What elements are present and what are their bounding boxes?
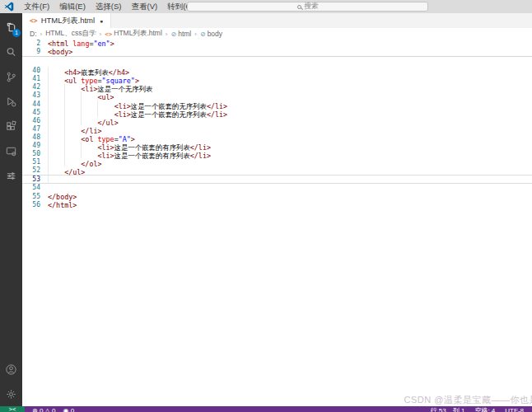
code-line[interactable]: 9<body>	[22, 48, 532, 56]
line-number[interactable]: 53	[22, 176, 48, 183]
line-number[interactable]: 54	[22, 184, 48, 192]
breadcrumb-item[interactable]: <>HTML列表.html	[105, 29, 162, 39]
line-number[interactable]: 49	[22, 142, 48, 150]
line-number[interactable]: 42	[22, 83, 48, 91]
extensions-icon[interactable]	[0, 114, 22, 138]
code-line[interactable]: 46</ul>	[22, 117, 532, 125]
search-placeholder: 搜索	[305, 2, 319, 12]
breadcrumb-item[interactable]: ⊘html	[171, 30, 192, 38]
code-line[interactable]: 2<html lang="en">	[22, 40, 532, 48]
code-line[interactable]: 55</body>	[22, 193, 532, 201]
line-content[interactable]: <ul>	[48, 91, 114, 100]
line-number[interactable]: 44	[22, 101, 48, 109]
indent-guide	[81, 101, 97, 109]
line-content[interactable]: <li>这是一个嵌套的有序列表</li>	[48, 142, 211, 150]
element-symbol-icon: ⊘	[200, 30, 206, 38]
run-debug-icon[interactable]	[0, 89, 22, 114]
line-number[interactable]: 43	[22, 91, 48, 100]
line-number[interactable]: 51	[22, 158, 48, 166]
line-content[interactable]: </body>	[48, 193, 77, 201]
remote-indicator[interactable]: ><	[0, 406, 25, 412]
line-content[interactable]: <html lang="en">	[48, 40, 114, 48]
remote-explorer-icon[interactable]	[0, 138, 22, 163]
search-view-icon[interactable]	[0, 40, 22, 64]
line-content[interactable]: </ul>	[48, 166, 85, 175]
code-line[interactable]: 42<li>这是一个无序列表	[22, 83, 532, 91]
broadcast-indicator[interactable]: ◉ 0	[63, 406, 74, 412]
cursor-position[interactable]: 行 53，列 1	[431, 406, 465, 412]
line-number[interactable]: 56	[22, 201, 48, 209]
line-content[interactable]: <body>	[48, 48, 72, 56]
breadcrumb-separator: ›	[40, 30, 43, 38]
line-number[interactable]: 41	[22, 75, 48, 83]
line-content[interactable]: <ol type="A">	[48, 133, 135, 142]
line-number[interactable]: 55	[22, 193, 48, 201]
menu-edit[interactable]: 编辑(E)	[54, 0, 91, 13]
code-line[interactable]: 51</ol>	[22, 158, 532, 166]
source-control-icon[interactable]	[0, 64, 22, 89]
editor-group: <> HTML列表.html ● D:›HTML、css自学›<>HTML列表.…	[22, 13, 532, 406]
line-number[interactable]: 48	[22, 133, 48, 142]
code-line[interactable]: 48<ol type="A">	[22, 133, 532, 142]
tab-html-list-file[interactable]: <> HTML列表.html ●	[22, 13, 111, 28]
breadcrumb-item[interactable]: HTML、css自学	[45, 29, 96, 39]
explorer-icon[interactable]: 1	[0, 15, 22, 40]
line-content[interactable]: <li>这是一个嵌套的有序列表</li>	[48, 150, 211, 158]
code-line[interactable]: 56</html>	[22, 201, 532, 209]
line-number[interactable]: 2	[22, 40, 48, 48]
line-content[interactable]: <li>这是一个嵌套的无序列表</li>	[48, 101, 227, 109]
account-icon[interactable]	[0, 357, 22, 382]
code-line[interactable]: 43<ul>	[22, 91, 532, 100]
indent-guide	[64, 109, 81, 117]
indentation[interactable]: 空格: 4	[474, 406, 495, 412]
code-editor[interactable]: 2<html lang="en">9<body> 40<h4>嵌套列表</h4>…	[22, 40, 532, 406]
problems-indicator[interactable]: ⊗ 0 △ 0	[32, 406, 55, 412]
indent-guide	[48, 133, 64, 142]
line-content[interactable]: <li>这是一个嵌套的无序列表</li>	[48, 109, 227, 117]
token-tag: >	[110, 40, 114, 48]
line-number[interactable]: 45	[22, 109, 48, 117]
line-content[interactable]: </ol>	[48, 158, 102, 166]
code-line[interactable]: 49<li>这是一个嵌套的有序列表</li>	[22, 142, 532, 150]
indent-guide	[48, 67, 64, 75]
line-number[interactable]: 9	[22, 48, 48, 56]
line-content[interactable]: </ul>	[48, 117, 119, 125]
breadcrumb-item[interactable]: ⊘body	[200, 30, 222, 38]
menu-selection[interactable]: 选择(S)	[91, 0, 127, 13]
code-line[interactable]: 47</li>	[22, 125, 532, 133]
element-symbol-icon: ⊘	[171, 30, 177, 38]
indent-guide	[48, 91, 64, 100]
token-tag: </html>	[48, 201, 77, 209]
line-content[interactable]: <h4>嵌套列表</h4>	[48, 67, 129, 75]
code-line[interactable]: 50<li>这是一个嵌套的有序列表</li>	[22, 150, 532, 158]
modified-dot-icon[interactable]: ●	[100, 18, 103, 24]
command-search-box[interactable]: 搜索	[187, 2, 428, 12]
line-content[interactable]: <li>这是一个无序列表	[48, 83, 152, 91]
settings-gear-icon[interactable]	[0, 382, 22, 406]
line-number[interactable]: 47	[22, 125, 48, 133]
search-icon	[297, 5, 301, 9]
line-number[interactable]: 40	[22, 67, 48, 75]
line-number[interactable]: 46	[22, 117, 48, 125]
line-content[interactable]: </html>	[48, 201, 77, 209]
line-number[interactable]: 50	[22, 150, 48, 158]
menu-view[interactable]: 查看(V)	[126, 0, 162, 13]
breadcrumb-item[interactable]: D:	[30, 30, 37, 38]
indent-guide	[48, 150, 64, 158]
code-line[interactable]: 44<li>这是一个嵌套的无序列表</li>	[22, 101, 532, 109]
code-line[interactable]: 54	[22, 184, 532, 192]
encoding[interactable]: UTF-8	[505, 406, 524, 412]
code-line[interactable]: 53	[22, 175, 532, 184]
token-txt: 这是一个嵌套的有序列表	[114, 152, 190, 160]
token-tag: </ul>	[64, 168, 85, 176]
code-line[interactable]: 41<ul type="square">	[22, 75, 532, 83]
menu-file[interactable]: 文件(F)	[19, 0, 54, 13]
line-content[interactable]	[48, 176, 64, 183]
line-content[interactable]: </li>	[48, 125, 102, 133]
code-line[interactable]: 40<h4>嵌套列表</h4>	[22, 67, 532, 75]
line-content[interactable]: <ul type="square">	[48, 75, 139, 83]
indent-guide	[81, 142, 97, 150]
custom-view-icon[interactable]	[0, 163, 22, 188]
code-line[interactable]: 45<li>这是一个嵌套的无序列表</li>	[22, 109, 532, 117]
line-number[interactable]: 52	[22, 166, 48, 175]
